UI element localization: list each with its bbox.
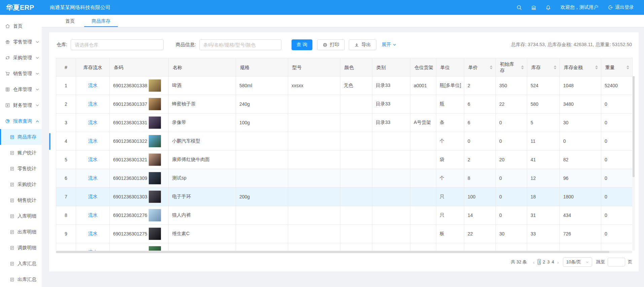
product-thumbnail[interactable] bbox=[148, 116, 161, 129]
tab-home[interactable]: 首页 bbox=[58, 15, 82, 27]
horizontal-scrollbar[interactable] bbox=[56, 251, 632, 253]
flow-link[interactable]: 流水 bbox=[88, 194, 98, 199]
sidebar-item-finance[interactable]: 财务管理 bbox=[0, 97, 42, 113]
column-header-stock[interactable]: 库存 bbox=[527, 58, 560, 76]
jump-page-input[interactable] bbox=[608, 258, 625, 266]
expand-toggle[interactable]: 展开 bbox=[382, 42, 396, 48]
search-icon[interactable] bbox=[516, 5, 522, 10]
table-row[interactable]: 5流水6901236301321康师傅红烧牛肉面袋22041820 bbox=[56, 151, 633, 169]
sidebar-item-purchase-stats[interactable]: 采购统计 bbox=[0, 177, 42, 192]
sidebar-item-in-detail[interactable]: 入库明细 bbox=[0, 208, 42, 224]
column-header-price[interactable]: 单价 bbox=[464, 58, 496, 76]
sidebar-item-in-summary[interactable]: 入库汇总 bbox=[0, 256, 42, 272]
cell-init_stock: 350 bbox=[499, 83, 507, 88]
product-thumbnail[interactable] bbox=[148, 190, 161, 203]
flow-link[interactable]: 流水 bbox=[88, 83, 98, 88]
page-button-2[interactable]: 2 bbox=[543, 259, 545, 264]
cell-amount: 726 bbox=[563, 231, 571, 236]
sidebar-item-account-stats[interactable]: 账户统计 bbox=[0, 145, 42, 161]
scrollbar-thumb[interactable] bbox=[49, 133, 50, 150]
table-row[interactable]: 6流水6901236301309测试sp个8012960 bbox=[56, 169, 633, 188]
vertical-scrollbar[interactable] bbox=[632, 76, 635, 251]
flow-link[interactable]: 流水 bbox=[88, 212, 98, 218]
flow-link[interactable]: 流水 bbox=[88, 101, 98, 106]
sidebar-item-reports[interactable]: 报表查询 bbox=[0, 113, 42, 129]
product-thumbnail[interactable] bbox=[148, 172, 161, 185]
print-label: 打印 bbox=[330, 42, 339, 48]
sort-caret-icon[interactable] bbox=[521, 65, 524, 69]
column-header-label: 库存流水 bbox=[83, 64, 102, 70]
column-header-amount[interactable]: 库存金额 bbox=[560, 58, 601, 76]
sidebar-item-out-summary[interactable]: 出库汇总 bbox=[0, 272, 42, 287]
tab-inventory[interactable]: 商品库存 bbox=[84, 15, 118, 27]
product-thumbnail[interactable] bbox=[148, 227, 161, 240]
column-header-weight[interactable]: 重量 bbox=[601, 58, 633, 76]
page-size-select[interactable]: 10条/页 bbox=[563, 257, 592, 267]
query-button[interactable]: 查 询 bbox=[292, 39, 312, 50]
sidebar-item-sales-stats[interactable]: 销售统计 bbox=[0, 192, 42, 208]
flow-link[interactable]: 流水 bbox=[88, 175, 98, 181]
flow-link[interactable]: 流水 bbox=[88, 157, 98, 162]
sidebar-item-transfer-detail[interactable]: 调拨明细 bbox=[0, 240, 42, 256]
product-thumbnail[interactable] bbox=[148, 246, 161, 251]
cell-name: 维生素C bbox=[172, 231, 190, 236]
sidebar-item-retail-stats[interactable]: 零售统计 bbox=[0, 161, 42, 177]
flow-link[interactable]: 流水 bbox=[88, 120, 98, 125]
flow-link[interactable]: 流水 bbox=[88, 138, 98, 144]
product-thumbnail[interactable] bbox=[148, 209, 161, 222]
sidebar-item-retail[interactable]: 零售管理 bbox=[0, 34, 42, 50]
export-button[interactable]: 导出 bbox=[349, 39, 376, 50]
table-row[interactable]: 9流水6901236301275维生素C板2230337260 bbox=[56, 225, 633, 243]
horizontal-scrollbar-thumb[interactable] bbox=[56, 251, 609, 253]
sidebar-item-goods-stock[interactable]: 商品库存 bbox=[0, 129, 42, 145]
sidebar-item-sales[interactable]: 销售管理 bbox=[0, 66, 42, 82]
cell-stock: 12 bbox=[531, 176, 536, 181]
column-header-label: # bbox=[65, 64, 67, 70]
pie-icon bbox=[5, 119, 10, 124]
sidebar-item-label: 出库明细 bbox=[18, 229, 36, 235]
table-row[interactable]: 2流水6901236301337蜂蜜柚子茶240g目录33瓶6225803480… bbox=[56, 95, 633, 114]
table-row[interactable]: 10流水6901236301274 bbox=[56, 243, 633, 251]
sort-caret-icon[interactable] bbox=[490, 65, 493, 69]
prev-page-icon[interactable]: ‹ bbox=[531, 259, 537, 265]
table-row[interactable]: 3流水6901236301331录像带100g目录33A号货架条605300 bbox=[56, 114, 633, 132]
column-header-label: 初始库存 bbox=[500, 61, 515, 73]
sidebar-item-warehouse[interactable]: 仓库管理 bbox=[0, 82, 42, 97]
doc-icon bbox=[10, 198, 14, 203]
bell-icon[interactable] bbox=[545, 5, 551, 10]
product-thumbnail[interactable] bbox=[148, 98, 161, 110]
table-row[interactable]: 7流水6901236301303电子手环200g只10001818000 bbox=[56, 188, 633, 206]
sidebar-item-label: 商品库存 bbox=[18, 134, 36, 140]
barcode-text: 6901236301275 bbox=[113, 231, 147, 236]
sidebar-item-purchase[interactable]: 采购管理 bbox=[0, 50, 42, 66]
sort-caret-icon[interactable] bbox=[626, 65, 629, 69]
page-button-3[interactable]: 3 bbox=[547, 259, 549, 264]
logout-button[interactable]: 退出登录 bbox=[608, 4, 634, 10]
cell-index: 7 bbox=[65, 194, 67, 199]
platform-bank-icon[interactable] bbox=[531, 5, 537, 10]
sort-caret-icon[interactable] bbox=[595, 65, 598, 69]
next-page-icon[interactable]: › bbox=[555, 259, 561, 265]
page-button-4[interactable]: 4 bbox=[552, 259, 554, 264]
product-info-input[interactable] bbox=[199, 39, 281, 50]
sidebar-item-out-detail[interactable]: 出库明细 bbox=[0, 224, 42, 240]
cart-icon bbox=[5, 71, 10, 76]
cell-spec: 240g bbox=[239, 101, 250, 107]
vertical-scrollbar-thumb[interactable] bbox=[633, 76, 635, 177]
product-thumbnail[interactable] bbox=[148, 79, 161, 92]
cell-init_stock: 0 bbox=[499, 194, 502, 199]
table-row[interactable]: 1流水6901236301338啤酒580mlxxsxx无色目录33a0001瓶… bbox=[56, 76, 633, 95]
sidebar-item-home[interactable]: 首页 bbox=[0, 18, 42, 34]
page-button-1[interactable]: 1 bbox=[538, 259, 541, 265]
product-thumbnail[interactable] bbox=[148, 153, 161, 166]
column-header-init_stock[interactable]: 初始库存 bbox=[496, 58, 527, 76]
sort-caret-icon[interactable] bbox=[554, 65, 556, 69]
sidebar-item-label: 采购管理 bbox=[13, 55, 32, 61]
table-row[interactable]: 4流水6901236301322小鹏汽车模型个001100 bbox=[56, 132, 633, 151]
app-logo[interactable]: 华夏ERP bbox=[0, 3, 42, 12]
table-row[interactable]: 8流水6901236301276猫人内裤只140314340 bbox=[56, 206, 633, 225]
warehouse-select[interactable] bbox=[71, 39, 164, 50]
product-thumbnail[interactable] bbox=[148, 135, 161, 148]
print-button[interactable]: 打印 bbox=[317, 39, 345, 50]
flow-link[interactable]: 流水 bbox=[88, 231, 98, 236]
